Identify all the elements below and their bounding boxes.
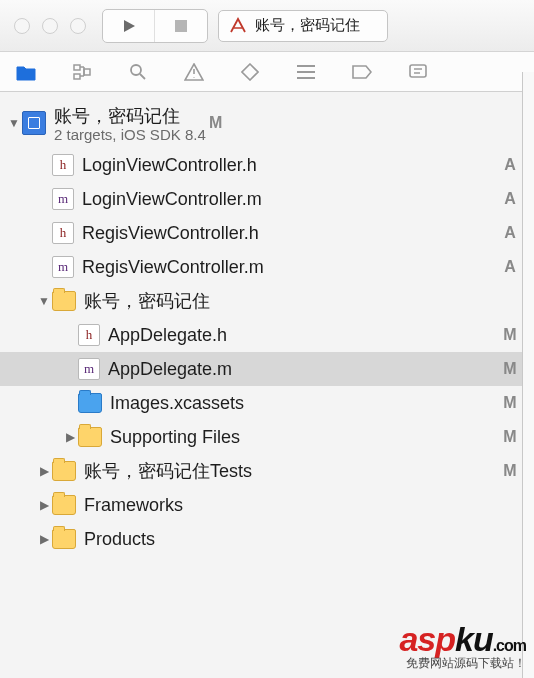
test-navigator-tab[interactable] — [238, 60, 262, 84]
report-navigator-tab[interactable] — [406, 60, 430, 84]
tree-row[interactable]: mAppDelegate.mM — [0, 352, 534, 386]
symbol-navigator-tab[interactable] — [70, 60, 94, 84]
h-file-icon: h — [52, 154, 74, 176]
scm-badge: M — [206, 114, 226, 132]
h-file-icon: h — [78, 324, 100, 346]
tree-row[interactable]: mRegisViewController.mA — [0, 250, 534, 284]
folder-icon — [52, 461, 76, 481]
file-name: RegisViewController.m — [82, 257, 500, 278]
h-file-icon: h — [52, 222, 74, 244]
disclosure-triangle[interactable]: ▶ — [62, 430, 78, 444]
tree-row[interactable]: hRegisViewController.hA — [0, 216, 534, 250]
file-name: 账号，密码记住 — [84, 289, 500, 313]
folder-icon — [78, 427, 102, 447]
project-subtitle: 2 targets, iOS SDK 8.4 — [54, 126, 206, 143]
issue-navigator-tab[interactable] — [182, 60, 206, 84]
assets-folder-icon — [78, 393, 102, 413]
svg-point-5 — [131, 65, 141, 75]
tree-row[interactable]: ▶Products — [0, 522, 534, 556]
file-name: Images.xcassets — [110, 393, 500, 414]
m-file-icon: m — [52, 188, 74, 210]
svg-rect-1 — [175, 20, 187, 32]
disclosure-triangle[interactable]: ▼ — [36, 294, 52, 308]
scm-badge: M — [500, 462, 520, 480]
tree-row[interactable]: ▶账号，密码记住TestsM — [0, 454, 534, 488]
m-file-icon: m — [52, 256, 74, 278]
window-controls — [8, 18, 92, 34]
scm-badge: A — [500, 258, 520, 276]
file-name: Frameworks — [84, 495, 500, 516]
scm-badge: M — [500, 360, 520, 378]
scm-badge: A — [500, 190, 520, 208]
file-name: Supporting Files — [110, 427, 500, 448]
svg-rect-3 — [74, 74, 80, 79]
xcode-project-icon — [22, 111, 46, 135]
m-file-icon: m — [78, 358, 100, 380]
run-stop-group — [102, 9, 208, 43]
app-icon — [229, 17, 247, 35]
tree-row[interactable]: hLoginViewController.hA — [0, 148, 534, 182]
disclosure-triangle[interactable]: ▼ — [6, 116, 22, 130]
file-name: LoginViewController.h — [82, 155, 500, 176]
find-navigator-tab[interactable] — [126, 60, 150, 84]
file-name: 账号，密码记住Tests — [84, 459, 500, 483]
scm-badge: M — [500, 428, 520, 446]
scm-badge: M — [500, 326, 520, 344]
file-name: RegisViewController.h — [82, 223, 500, 244]
scm-badge: A — [500, 156, 520, 174]
stop-button[interactable] — [155, 10, 207, 42]
run-button[interactable] — [103, 10, 155, 42]
tree-row[interactable]: ▼账号，密码记住 — [0, 284, 534, 318]
project-root[interactable]: ▼ 账号，密码记住 2 targets, iOS SDK 8.4 M — [0, 98, 534, 148]
svg-marker-0 — [124, 20, 135, 32]
debug-navigator-tab[interactable] — [294, 60, 318, 84]
folder-icon — [52, 495, 76, 515]
svg-rect-6 — [410, 65, 426, 77]
zoom-window-button[interactable] — [70, 18, 86, 34]
tree-row[interactable]: ▶Frameworks — [0, 488, 534, 522]
tree-row[interactable]: ▶Supporting FilesM — [0, 420, 534, 454]
file-name: AppDelegate.h — [108, 325, 500, 346]
tree-row[interactable]: mLoginViewController.mA — [0, 182, 534, 216]
window-toolbar: 账号，密码记住 — [0, 0, 534, 52]
svg-rect-2 — [74, 65, 80, 70]
minimize-window-button[interactable] — [42, 18, 58, 34]
file-name: Products — [84, 529, 500, 550]
project-navigator: ▼ 账号，密码记住 2 targets, iOS SDK 8.4 M hLogi… — [0, 92, 534, 556]
watermark: aspku.com 免费网站源码下载站！ — [399, 620, 526, 672]
editor-divider[interactable] — [522, 72, 534, 678]
folder-icon — [52, 529, 76, 549]
folder-icon — [52, 291, 76, 311]
disclosure-triangle[interactable]: ▶ — [36, 464, 52, 478]
breakpoint-navigator-tab[interactable] — [350, 60, 374, 84]
scheme-selector[interactable]: 账号，密码记住 — [218, 10, 388, 42]
disclosure-triangle[interactable]: ▶ — [36, 532, 52, 546]
tree-row[interactable]: hAppDelegate.hM — [0, 318, 534, 352]
file-name: LoginViewController.m — [82, 189, 500, 210]
scm-badge: M — [500, 394, 520, 412]
file-name: AppDelegate.m — [108, 359, 500, 380]
tree-row[interactable]: Images.xcassetsM — [0, 386, 534, 420]
svg-rect-4 — [84, 69, 90, 75]
disclosure-triangle[interactable]: ▶ — [36, 498, 52, 512]
project-name: 账号，密码记住 — [54, 104, 206, 128]
scheme-name: 账号，密码记住 — [255, 16, 360, 35]
project-navigator-tab[interactable] — [14, 60, 38, 84]
close-window-button[interactable] — [14, 18, 30, 34]
scm-badge: A — [500, 224, 520, 242]
navigator-tab-bar — [0, 52, 534, 92]
